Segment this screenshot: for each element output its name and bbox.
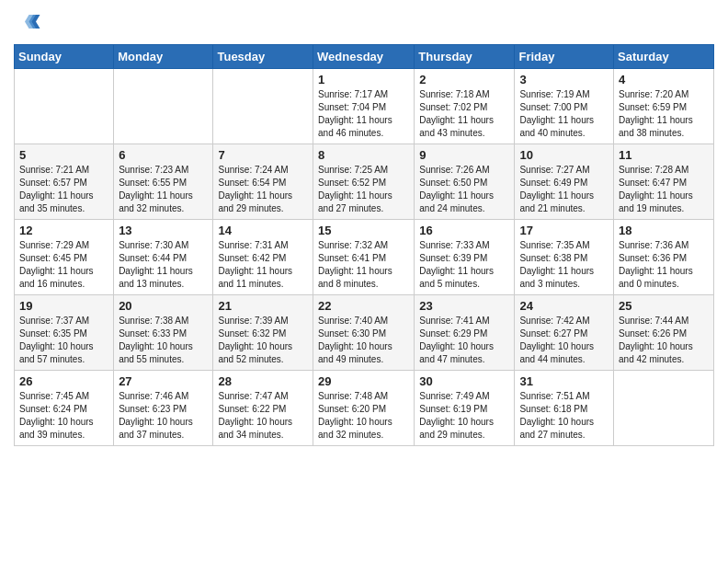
day-header-tuesday: Tuesday (213, 45, 313, 69)
day-number: 12 (19, 224, 108, 237)
calendar-cell (114, 69, 213, 144)
day-number: 23 (419, 299, 509, 313)
calendar-cell: 5Sunrise: 7:21 AM Sunset: 6:57 PM Daylig… (15, 144, 114, 220)
day-info: Sunrise: 7:20 AM Sunset: 6:59 PM Dayligh… (619, 88, 709, 140)
calendar-cell: 6Sunrise: 7:23 AM Sunset: 6:55 PM Daylig… (114, 144, 213, 220)
calendar-cell: 12Sunrise: 7:29 AM Sunset: 6:45 PM Dayli… (15, 220, 114, 295)
calendar-cell: 21Sunrise: 7:39 AM Sunset: 6:32 PM Dayli… (213, 295, 313, 371)
day-info: Sunrise: 7:45 AM Sunset: 6:24 PM Dayligh… (19, 390, 108, 442)
day-info: Sunrise: 7:19 AM Sunset: 7:00 PM Dayligh… (519, 88, 609, 140)
calendar-cell: 10Sunrise: 7:27 AM Sunset: 6:49 PM Dayli… (515, 144, 614, 220)
calendar-cell: 16Sunrise: 7:33 AM Sunset: 6:39 PM Dayli… (415, 220, 515, 295)
day-info: Sunrise: 7:26 AM Sunset: 6:50 PM Dayligh… (419, 164, 509, 215)
calendar-cell: 26Sunrise: 7:45 AM Sunset: 6:24 PM Dayli… (15, 371, 114, 446)
day-number: 28 (218, 374, 308, 388)
day-info: Sunrise: 7:41 AM Sunset: 6:29 PM Dayligh… (419, 315, 509, 366)
day-info: Sunrise: 7:35 AM Sunset: 6:38 PM Dayligh… (519, 239, 609, 291)
calendar-cell (213, 69, 313, 144)
day-number: 20 (119, 299, 208, 313)
day-info: Sunrise: 7:18 AM Sunset: 7:02 PM Dayligh… (419, 88, 509, 140)
day-header-sunday: Sunday (15, 45, 114, 69)
day-info: Sunrise: 7:40 AM Sunset: 6:30 PM Dayligh… (318, 315, 409, 366)
calendar-cell: 1Sunrise: 7:17 AM Sunset: 7:04 PM Daylig… (313, 69, 415, 144)
day-number: 30 (419, 374, 509, 388)
day-info: Sunrise: 7:38 AM Sunset: 6:33 PM Dayligh… (119, 315, 208, 366)
logo-icon (14, 9, 41, 37)
day-number: 13 (119, 224, 208, 237)
day-info: Sunrise: 7:29 AM Sunset: 6:45 PM Dayligh… (19, 239, 108, 291)
calendar-cell: 27Sunrise: 7:46 AM Sunset: 6:23 PM Dayli… (114, 371, 213, 446)
day-number: 22 (318, 299, 409, 313)
day-number: 6 (119, 148, 208, 162)
day-number: 5 (19, 148, 108, 162)
day-info: Sunrise: 7:47 AM Sunset: 6:22 PM Dayligh… (218, 390, 308, 442)
day-info: Sunrise: 7:36 AM Sunset: 6:36 PM Dayligh… (619, 239, 709, 291)
day-number: 25 (619, 299, 709, 313)
calendar-cell: 18Sunrise: 7:36 AM Sunset: 6:36 PM Dayli… (614, 220, 714, 295)
day-number: 15 (318, 224, 409, 237)
calendar-cell: 30Sunrise: 7:49 AM Sunset: 6:19 PM Dayli… (415, 371, 515, 446)
calendar-week-row: 26Sunrise: 7:45 AM Sunset: 6:24 PM Dayli… (15, 371, 714, 446)
day-info: Sunrise: 7:28 AM Sunset: 6:47 PM Dayligh… (619, 164, 709, 215)
header (14, 9, 714, 37)
day-number: 26 (19, 374, 108, 388)
day-number: 31 (519, 374, 609, 388)
calendar-week-row: 5Sunrise: 7:21 AM Sunset: 6:57 PM Daylig… (15, 144, 714, 220)
day-header-friday: Friday (515, 45, 614, 69)
day-number: 11 (619, 148, 709, 162)
day-info: Sunrise: 7:48 AM Sunset: 6:20 PM Dayligh… (318, 390, 409, 442)
day-header-monday: Monday (114, 45, 213, 69)
day-info: Sunrise: 7:33 AM Sunset: 6:39 PM Dayligh… (419, 239, 509, 291)
day-info: Sunrise: 7:31 AM Sunset: 6:42 PM Dayligh… (218, 239, 308, 291)
day-number: 10 (519, 148, 609, 162)
calendar-cell (614, 371, 714, 446)
day-number: 2 (419, 73, 509, 86)
day-info: Sunrise: 7:25 AM Sunset: 6:52 PM Dayligh… (318, 164, 409, 215)
calendar-cell: 9Sunrise: 7:26 AM Sunset: 6:50 PM Daylig… (415, 144, 515, 220)
calendar-cell: 22Sunrise: 7:40 AM Sunset: 6:30 PM Dayli… (313, 295, 415, 371)
calendar-cell (15, 69, 114, 144)
calendar-cell: 17Sunrise: 7:35 AM Sunset: 6:38 PM Dayli… (515, 220, 614, 295)
calendar-cell: 2Sunrise: 7:18 AM Sunset: 7:02 PM Daylig… (415, 69, 515, 144)
day-number: 29 (318, 374, 409, 388)
day-info: Sunrise: 7:44 AM Sunset: 6:26 PM Dayligh… (619, 315, 709, 366)
day-info: Sunrise: 7:51 AM Sunset: 6:18 PM Dayligh… (519, 390, 609, 442)
logo (14, 9, 45, 37)
day-info: Sunrise: 7:32 AM Sunset: 6:41 PM Dayligh… (318, 239, 409, 291)
day-number: 4 (619, 73, 709, 86)
calendar-cell: 24Sunrise: 7:42 AM Sunset: 6:27 PM Dayli… (515, 295, 614, 371)
day-number: 18 (619, 224, 709, 237)
calendar-table: SundayMondayTuesdayWednesdayThursdayFrid… (14, 44, 714, 446)
calendar-header-row: SundayMondayTuesdayWednesdayThursdayFrid… (15, 45, 714, 69)
day-info: Sunrise: 7:46 AM Sunset: 6:23 PM Dayligh… (119, 390, 208, 442)
day-header-thursday: Thursday (415, 45, 515, 69)
day-number: 27 (119, 374, 208, 388)
calendar-cell: 13Sunrise: 7:30 AM Sunset: 6:44 PM Dayli… (114, 220, 213, 295)
day-info: Sunrise: 7:39 AM Sunset: 6:32 PM Dayligh… (218, 315, 308, 366)
calendar-cell: 29Sunrise: 7:48 AM Sunset: 6:20 PM Dayli… (313, 371, 415, 446)
calendar-cell: 25Sunrise: 7:44 AM Sunset: 6:26 PM Dayli… (614, 295, 714, 371)
calendar-cell: 20Sunrise: 7:38 AM Sunset: 6:33 PM Dayli… (114, 295, 213, 371)
calendar-week-row: 1Sunrise: 7:17 AM Sunset: 7:04 PM Daylig… (15, 69, 714, 144)
calendar-week-row: 12Sunrise: 7:29 AM Sunset: 6:45 PM Dayli… (15, 220, 714, 295)
day-info: Sunrise: 7:42 AM Sunset: 6:27 PM Dayligh… (519, 315, 609, 366)
calendar-cell: 28Sunrise: 7:47 AM Sunset: 6:22 PM Dayli… (213, 371, 313, 446)
day-number: 9 (419, 148, 509, 162)
day-header-wednesday: Wednesday (313, 45, 415, 69)
day-info: Sunrise: 7:49 AM Sunset: 6:19 PM Dayligh… (419, 390, 509, 442)
day-number: 14 (218, 224, 308, 237)
page: SundayMondayTuesdayWednesdayThursdayFrid… (0, 0, 728, 563)
day-number: 16 (419, 224, 509, 237)
day-number: 21 (218, 299, 308, 313)
calendar-cell: 4Sunrise: 7:20 AM Sunset: 6:59 PM Daylig… (614, 69, 714, 144)
calendar-cell: 23Sunrise: 7:41 AM Sunset: 6:29 PM Dayli… (415, 295, 515, 371)
day-number: 1 (318, 73, 409, 86)
calendar-cell: 8Sunrise: 7:25 AM Sunset: 6:52 PM Daylig… (313, 144, 415, 220)
day-number: 3 (519, 73, 609, 86)
calendar-cell: 14Sunrise: 7:31 AM Sunset: 6:42 PM Dayli… (213, 220, 313, 295)
day-info: Sunrise: 7:24 AM Sunset: 6:54 PM Dayligh… (218, 164, 308, 215)
day-info: Sunrise: 7:17 AM Sunset: 7:04 PM Dayligh… (318, 88, 409, 140)
calendar-cell: 31Sunrise: 7:51 AM Sunset: 6:18 PM Dayli… (515, 371, 614, 446)
day-header-saturday: Saturday (614, 45, 714, 69)
calendar-cell: 7Sunrise: 7:24 AM Sunset: 6:54 PM Daylig… (213, 144, 313, 220)
